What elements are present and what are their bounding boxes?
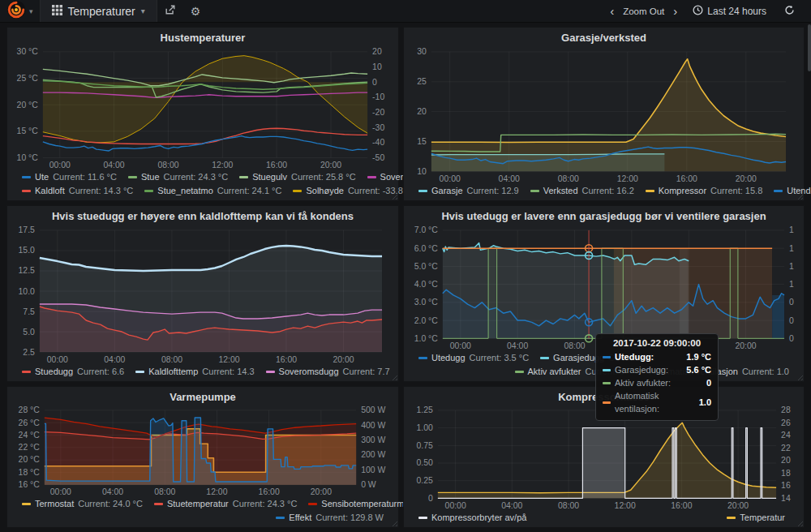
legend-item[interactable]: GarasjeduggCurrent: 5.3 <box>540 351 655 365</box>
refresh-button[interactable] <box>776 5 803 18</box>
svg-text:1.25: 1.25 <box>417 405 434 414</box>
legend-series-name: Stuegulv <box>252 170 287 184</box>
legend-item[interactable]: KaldlofttempCurrent: 14.3 <box>135 365 254 379</box>
svg-text:1: 1 <box>789 244 794 253</box>
legend-item[interactable]: Automatisk ventilasjonCurrent: 1.0 <box>636 365 789 379</box>
time-range-button[interactable]: Last 24 hours <box>683 5 776 18</box>
legend-current-value: Current: 0 <box>586 365 625 379</box>
legend-series-name: Stuedugg <box>35 365 73 379</box>
svg-text:08:00: 08:00 <box>161 355 182 364</box>
svg-text:0 W: 0 W <box>361 480 376 489</box>
svg-text:16: 16 <box>781 481 791 490</box>
legend-current-value: Current: 11.6 °C <box>53 170 117 184</box>
svg-text:16:00: 16:00 <box>259 487 280 496</box>
svg-text:00:00: 00:00 <box>49 161 71 169</box>
svg-text:04:00: 04:00 <box>499 174 520 183</box>
svg-text:-30: -30 <box>372 122 384 131</box>
chart-wrap: 00.250.500.751.001.2500:0004:0008:0012:0… <box>410 405 797 511</box>
legend-current-value: Current: 15.8 <box>710 184 762 198</box>
time-controls: ‹ Zoom Out › Last 24 hours <box>604 0 811 22</box>
chart-hustemperaturer[interactable]: 10 °C15 °C20 °C25 °C30 °C00:0004:0008:00… <box>14 46 392 170</box>
legend-item[interactable]: StuetemperaturCurrent: 24.3 °C <box>154 497 297 511</box>
legend-item[interactable]: SolhøydeCurrent: -33.8 <box>293 184 402 198</box>
scrollbar-thumb[interactable] <box>808 24 811 71</box>
legend-swatch <box>774 190 783 192</box>
legend-item[interactable]: UteduggCurrent: 3.5 °C <box>418 351 529 365</box>
legend-series-name: Termostat <box>35 497 74 511</box>
svg-text:04:00: 04:00 <box>507 341 528 350</box>
svg-text:16:00: 16:00 <box>276 355 297 364</box>
chart-kompressorkasse[interactable]: 00.250.500.751.001.2500:0004:0008:0012:0… <box>410 405 797 511</box>
legend-item[interactable]: GarasjeCurrent: 12.9 <box>418 184 519 198</box>
legend-item[interactable]: Kompressorbryter av/på <box>418 511 530 525</box>
legend-row: KaldloftCurrent: 14.3 °CStue_netatmoCurr… <box>14 184 392 198</box>
panel-title[interactable]: Garasje/verksted <box>410 30 797 46</box>
dashboard-picker[interactable]: Temperaturer ▾ <box>40 0 157 22</box>
panel-title[interactable]: Varmepumpe <box>14 389 392 405</box>
svg-text:16:00: 16:00 <box>671 501 692 510</box>
time-forward-button[interactable]: › <box>667 4 683 18</box>
legend-item[interactable]: StuegulvCurrent: 25.8 °C <box>239 170 355 184</box>
legend-current-value: Current: 24.3 °C <box>233 497 298 511</box>
settings-button[interactable]: ⚙ <box>183 0 208 22</box>
legend-item[interactable]: StueduggCurrent: 6.6 <box>22 365 124 379</box>
chart-ventilere-garasjen[interactable]: 1.0 °C2.0 °C3.0 °C4.0 °C5.0 °C6.0 °C7.0 … <box>410 225 797 351</box>
legend-series-name: Effekt <box>289 511 311 525</box>
legend-swatch <box>128 176 137 178</box>
svg-text:26: 26 <box>781 418 791 427</box>
svg-text:12:00: 12:00 <box>212 161 233 169</box>
svg-text:16:00: 16:00 <box>266 161 287 169</box>
legend-swatch <box>22 190 31 192</box>
legend-item[interactable]: Aktiv avfukterCurrent: 0 <box>515 365 625 379</box>
svg-text:1: 1 <box>789 262 794 271</box>
grafana-logo[interactable]: ▾ <box>0 0 40 22</box>
chart-wrap: 10 °C15 °C20 °C25 °C30 °C00:0004:0008:00… <box>14 46 392 170</box>
legend-item[interactable]: VerkstedCurrent: 16.2 <box>530 184 634 198</box>
legend-item[interactable]: UtendørsCurrent: 11.6 <box>774 184 811 198</box>
legend-item[interactable]: KompressorCurrent: 15.8 <box>646 184 763 198</box>
legend-series-name: Utedugg <box>431 351 466 365</box>
svg-text:08:00: 08:00 <box>564 341 585 350</box>
svg-text:20: 20 <box>372 47 382 56</box>
svg-text:30 °C: 30 °C <box>17 47 39 56</box>
legend-item[interactable]: TermostatCurrent: 24.0 °C <box>22 497 143 511</box>
chart-garasje-verksted[interactable]: 101520253000:0004:0008:0012:0016:0020:00 <box>410 46 797 184</box>
legend-series-name: Solhøyde <box>306 184 343 198</box>
panel-title[interactable]: Hvis utedugg er lavere enn garasjedugg b… <box>410 208 797 225</box>
svg-text:0: 0 <box>789 315 794 324</box>
panel-title[interactable]: Hustemperaturer <box>14 30 392 46</box>
legend-item[interactable]: StueCurrent: 24.3 °C <box>128 170 228 184</box>
svg-text:28 °C: 28 °C <box>19 405 41 414</box>
legend-swatch <box>22 176 31 178</box>
svg-text:24 °C: 24 °C <box>19 431 41 440</box>
time-back-button[interactable]: ‹ <box>604 4 620 18</box>
legend-item[interactable]: Temperatur <box>727 511 789 525</box>
legend-swatch <box>22 503 31 505</box>
legend-current-value: Current: 12.9 <box>467 184 519 198</box>
legend-item[interactable]: EffektCurrent: 129.8 W <box>276 511 384 525</box>
svg-text:-50: -50 <box>372 153 384 162</box>
legend-series-name: Ute <box>35 170 49 184</box>
chart-wrap: 101520253000:0004:0008:0012:0016:0020:00 <box>410 46 797 184</box>
share-button[interactable] <box>157 0 183 22</box>
legend-row: EffektCurrent: 129.8 W <box>14 511 392 525</box>
legend-series-name: Temperatur <box>740 511 785 525</box>
legend-item[interactable]: Stue_netatmoCurrent: 24.1 °C <box>144 184 281 198</box>
legend-swatch <box>266 371 275 373</box>
legend-item[interactable]: KaldloftCurrent: 14.3 °C <box>22 184 133 198</box>
dashboard-title: Temperaturer <box>68 5 135 18</box>
panel-title[interactable]: Hvis stuedugg er høyere enn kaldlofttemp… <box>14 208 392 225</box>
panel-varmepumpe: Varmepumpe 16 °C18 °C20 °C22 °C24 °C26 °… <box>6 386 399 528</box>
legend-swatch <box>515 371 524 373</box>
legend-swatch <box>727 517 736 519</box>
svg-text:-40: -40 <box>372 138 384 147</box>
svg-text:18 °C: 18 °C <box>19 468 41 477</box>
legend-item[interactable]: UteCurrent: 11.6 °C <box>22 170 117 184</box>
zoom-out-button[interactable]: Zoom Out <box>620 6 667 16</box>
chart-kondens[interactable]: 2.55.07.510.012.515.017.500:0004:0008:00… <box>14 225 392 365</box>
legend-series-name: Stuetemperatur <box>167 497 229 511</box>
svg-text:14: 14 <box>781 494 791 503</box>
chart-varmepumpe[interactable]: 16 °C18 °C20 °C22 °C24 °C26 °C28 °C00:00… <box>14 405 392 497</box>
legend-item[interactable]: SoveromsduggCurrent: 7.7 <box>266 365 390 379</box>
panel-title[interactable]: Kompressorkasse <box>410 389 797 405</box>
